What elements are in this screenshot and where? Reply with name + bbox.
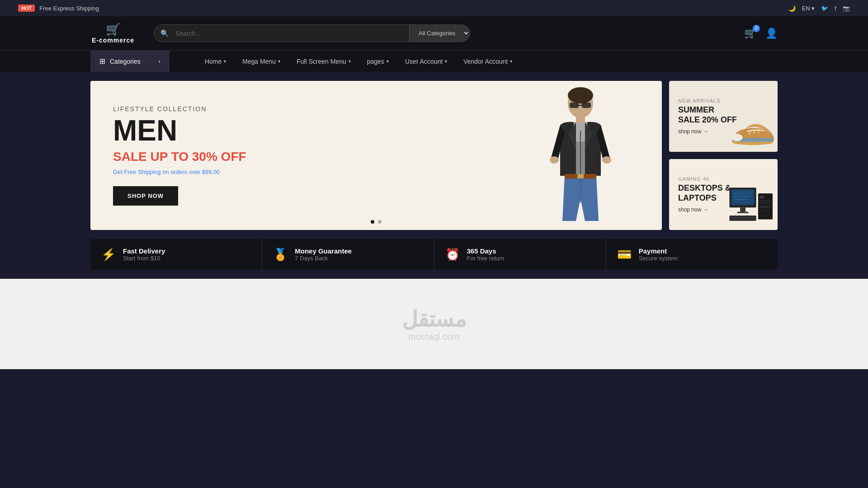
svg-rect-34 bbox=[763, 214, 765, 216]
feature1-title: Fast Delivery bbox=[123, 247, 165, 255]
svg-point-16 bbox=[731, 134, 743, 141]
search-bar: 🔍 All Categories bbox=[154, 24, 470, 42]
feature2-sub: 7 Days Back bbox=[295, 255, 352, 262]
banner2-sub: GAMING 4K bbox=[678, 176, 769, 182]
cart-badge: 0 bbox=[753, 25, 760, 32]
top-bar-left: HOT Free Express Shipping bbox=[18, 5, 99, 12]
nav-links: Home ▾ Mega Menu ▾ Full Screen Menu ▾ pa… bbox=[197, 52, 521, 71]
hero-slider: LIFESTYLE COLLECTION MEN SALE UP TO 30% … bbox=[90, 81, 662, 230]
categories-button[interactable]: ⊞ Categories › bbox=[90, 51, 170, 72]
twitter-icon[interactable]: 🐦 bbox=[821, 5, 828, 12]
category-select[interactable]: All Categories bbox=[409, 25, 470, 42]
svg-rect-3 bbox=[582, 103, 591, 108]
svg-rect-27 bbox=[760, 200, 771, 201]
user-icon[interactable]: 👤 bbox=[765, 28, 778, 39]
svg-point-1 bbox=[568, 87, 593, 103]
hero-shipping: Get Free Shipping on orders over $99.00 bbox=[113, 169, 246, 175]
feature3-title: 365 Days bbox=[467, 247, 505, 255]
chevron-down-icon: ▾ bbox=[510, 59, 512, 64]
search-input[interactable] bbox=[175, 25, 409, 42]
feature4-sub: Secure system bbox=[639, 255, 678, 262]
chevron-down-icon: ▾ bbox=[349, 59, 351, 64]
svg-rect-36 bbox=[731, 217, 755, 220]
svg-rect-28 bbox=[760, 202, 771, 203]
search-icon: 🔍 bbox=[154, 29, 175, 38]
cart-logo-icon: 🛒 bbox=[106, 23, 120, 37]
language-selector[interactable]: EN ▾ bbox=[802, 5, 815, 12]
feature-payment: 💳 Payment Secure system bbox=[606, 239, 778, 270]
svg-point-29 bbox=[761, 196, 763, 198]
feature4-title: Payment bbox=[639, 247, 678, 255]
hero-model-image bbox=[535, 85, 626, 230]
nav-mega-menu[interactable]: Mega Menu ▾ bbox=[234, 52, 288, 71]
slide-dot-2[interactable] bbox=[378, 220, 382, 224]
svg-rect-19 bbox=[740, 207, 745, 212]
moon-icon[interactable]: 🌙 bbox=[788, 5, 796, 12]
shop-now-button[interactable]: SHOP NOW bbox=[113, 186, 178, 206]
feature-365-days: ⏰ 365 Days For free return bbox=[434, 239, 606, 270]
watermark-url: mostaql.com bbox=[408, 332, 459, 342]
watermark-arabic: مستقل bbox=[402, 306, 467, 332]
clock-icon: ⏰ bbox=[445, 248, 460, 262]
svg-point-8 bbox=[602, 156, 611, 164]
nav-user-account[interactable]: User Account ▾ bbox=[397, 52, 455, 71]
nav-vendor-account[interactable]: Vendor Account ▾ bbox=[455, 52, 520, 71]
computer-image bbox=[726, 186, 775, 226]
top-bar: HOT Free Express Shipping 🌙 EN ▾ 🐦 f 📷 bbox=[0, 0, 868, 16]
categories-arrow: › bbox=[159, 58, 160, 65]
categories-label: Categories bbox=[110, 58, 141, 65]
hot-badge: HOT bbox=[18, 5, 35, 12]
features-bar: ⚡ Fast Delivery Start from $10 🏅 Money G… bbox=[90, 239, 778, 270]
chevron-down-icon: ▾ bbox=[278, 59, 280, 64]
nav-home[interactable]: Home ▾ bbox=[197, 52, 234, 71]
chevron-down-icon: ▾ bbox=[387, 59, 389, 64]
chevron-down-icon: ▾ bbox=[224, 59, 226, 64]
svg-rect-30 bbox=[760, 206, 769, 208]
hero-title: MEN bbox=[113, 116, 246, 145]
nav-pages[interactable]: pages ▾ bbox=[359, 52, 397, 71]
svg-rect-32 bbox=[760, 211, 769, 212]
header-right: 🛒 0 👤 bbox=[744, 28, 778, 39]
svg-rect-21 bbox=[732, 190, 754, 204]
logo-text: E-commerce bbox=[92, 37, 134, 44]
logo[interactable]: 🛒 E-commerce bbox=[90, 23, 136, 44]
feature-money-guarantee: 🏅 Money Guarantee 7 Days Back bbox=[262, 239, 434, 270]
feature3-sub: For free return bbox=[467, 255, 505, 262]
gaming-banner: GAMING 4K DESKTOPS & LAPTOPS shop now → bbox=[669, 159, 778, 230]
slider-dots bbox=[371, 220, 382, 224]
feature2-title: Money Guarantee bbox=[295, 247, 352, 255]
main-content: LIFESTYLE COLLECTION MEN SALE UP TO 30% … bbox=[0, 72, 868, 279]
svg-rect-31 bbox=[760, 209, 769, 210]
shipping-text: Free Express Shipping bbox=[39, 5, 99, 12]
top-bar-right: 🌙 EN ▾ 🐦 f 📷 bbox=[788, 5, 850, 12]
svg-rect-33 bbox=[760, 214, 762, 216]
hero-text: LIFESTYLE COLLECTION MEN SALE UP TO 30% … bbox=[113, 105, 246, 206]
side-banners: NEW ARRIVALS SUMMER SALE 20% OFF shop no… bbox=[669, 81, 778, 230]
nav-fullscreen-menu[interactable]: Full Screen Menu ▾ bbox=[288, 52, 359, 71]
watermark-area: مستقل mostaql.com bbox=[0, 279, 868, 369]
banner1-sub: NEW ARRIVALS bbox=[678, 98, 769, 103]
facebook-icon[interactable]: f bbox=[835, 5, 836, 12]
header: 🛒 E-commerce 🔍 All Categories 🛒 0 👤 bbox=[0, 16, 868, 50]
chevron-down-icon: ▾ bbox=[445, 59, 447, 64]
summer-sale-banner: NEW ARRIVALS SUMMER SALE 20% OFF shop no… bbox=[669, 81, 778, 152]
svg-rect-2 bbox=[570, 103, 579, 108]
hero-sale: SALE UP TO 30% OFF bbox=[113, 150, 246, 164]
lightning-icon: ⚡ bbox=[101, 248, 116, 262]
hero-subtitle: LIFESTYLE COLLECTION bbox=[113, 105, 246, 113]
cart-button[interactable]: 🛒 0 bbox=[744, 28, 756, 39]
svg-rect-11 bbox=[577, 174, 584, 178]
medal-icon: 🏅 bbox=[273, 248, 288, 262]
feature1-sub: Start from $10 bbox=[123, 255, 165, 262]
card-icon: 💳 bbox=[617, 248, 632, 262]
svg-point-7 bbox=[550, 156, 559, 164]
navigation: ⊞ Categories › Home ▾ Mega Menu ▾ Full S… bbox=[0, 50, 868, 72]
slide-dot-1[interactable] bbox=[371, 220, 374, 224]
hero-section: LIFESTYLE COLLECTION MEN SALE UP TO 30% … bbox=[90, 81, 778, 230]
instagram-icon[interactable]: 📷 bbox=[843, 5, 850, 12]
grid-icon: ⊞ bbox=[99, 57, 105, 66]
svg-rect-20 bbox=[737, 212, 748, 213]
feature-fast-delivery: ⚡ Fast Delivery Start from $10 bbox=[90, 239, 262, 270]
shoe-image bbox=[730, 116, 775, 147]
